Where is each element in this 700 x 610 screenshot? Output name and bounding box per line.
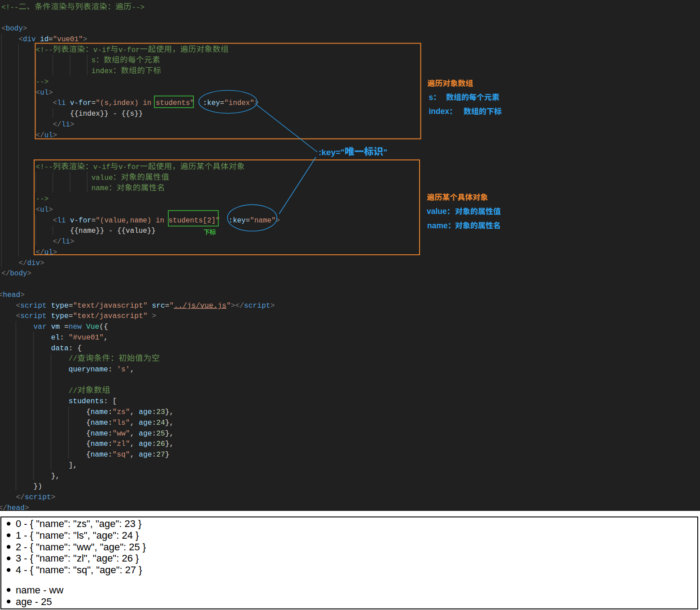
svg-text::: : [152, 440, 157, 448]
svg-text:</: </ [36, 131, 44, 139]
svg-text::: : [152, 408, 157, 416]
svg-text:s: s [92, 57, 96, 65]
svg-text:index: index [92, 67, 113, 75]
svg-text:},: }, [165, 418, 174, 427]
svg-text:"index": "index" [224, 99, 254, 107]
svg-text:>: > [70, 238, 74, 246]
svg-text:<: < [16, 312, 21, 320]
svg-text:>: > [27, 270, 32, 278]
svg-text:"(value,name) in students[2]": "(value,name) in students[2]" [96, 217, 220, 225]
svg-text:>: > [83, 35, 88, 44]
svg-text:<: < [53, 217, 57, 225]
svg-text::: : [108, 429, 113, 438]
svg-text://: // [69, 354, 78, 363]
svg-text:name: name [91, 408, 108, 416]
svg-text:name: name [91, 450, 108, 459]
svg-text:=: = [48, 35, 53, 44]
svg-text:../js/vue.js: ../js/vue.js [174, 301, 226, 310]
svg-text:{{index}} - {{s}}: {{index}} - {{s}} [70, 110, 143, 118]
svg-text::: : [152, 418, 157, 427]
svg-text:<: < [36, 206, 40, 214]
svg-text:script: script [20, 301, 47, 310]
svg-text:"ww": "ww" [113, 429, 130, 438]
svg-text:24: 24 [156, 418, 165, 427]
svg-text:,: , [130, 408, 135, 416]
svg-text:4 - { "name": "sq", "age": 27: 4 - { "name": "sq", "age": 27 } [16, 564, 142, 575]
svg-text:>: > [48, 206, 53, 214]
svg-text:<: < [36, 89, 40, 97]
svg-text:>: > [152, 312, 157, 320]
svg-text:</: </ [18, 259, 27, 267]
svg-text:],: ], [69, 461, 78, 470]
svg-text:>: > [48, 89, 53, 97]
svg-text:<!--: <!-- [36, 46, 53, 54]
svg-text:type: type [51, 301, 69, 310]
svg-text:v-for: v-for [118, 46, 140, 54]
svg-text:age: age [139, 429, 152, 438]
svg-text:el: el [51, 333, 60, 342]
svg-text:head: head [3, 291, 20, 299]
svg-text:</: </ [36, 248, 44, 257]
svg-text:<: < [18, 35, 23, 44]
svg-text:div: div [27, 259, 40, 267]
svg-text:name: name [91, 429, 108, 438]
svg-text:},: }, [165, 440, 174, 448]
svg-text:<: < [53, 99, 57, 107]
svg-text:Vue: Vue [86, 322, 99, 331]
svg-text:,: , [130, 418, 135, 427]
svg-text:>: > [70, 121, 74, 129]
svg-text:0 - { "name": "zs", "age": 23: 0 - { "name": "zs", "age": 23 } [16, 518, 141, 529]
svg-text:=: = [64, 322, 69, 331]
svg-text:,: , [130, 429, 135, 438]
svg-text::: : [69, 344, 73, 353]
svg-text:3 - { "name": "zl", "age": 26: 3 - { "name": "zl", "age": 26 } [16, 553, 139, 564]
svg-text:=: = [69, 301, 73, 310]
svg-text:var: var [34, 322, 47, 331]
svg-text:=: = [69, 312, 73, 320]
svg-text:,: , [130, 450, 135, 459]
svg-text::: : [104, 397, 108, 405]
svg-text:>: > [231, 301, 235, 310]
svg-text:v-if: v-if [93, 46, 110, 54]
svg-text::: : [108, 418, 113, 427]
svg-text::: : [60, 333, 64, 342]
svg-text:li: li [61, 121, 70, 129]
svg-text:ul: ul [44, 131, 53, 139]
svg-text:name: name [91, 418, 108, 427]
svg-text:27: 27 [156, 450, 165, 459]
svg-text:>: > [25, 504, 29, 512]
svg-text::: : [152, 429, 157, 438]
svg-text:"text/javascript": "text/javascript" [73, 301, 148, 310]
svg-text:<!--: <!-- [36, 163, 53, 171]
svg-text:,: , [130, 365, 135, 374]
svg-text:<!--: <!-- [1, 4, 18, 12]
svg-text:ul: ul [40, 89, 48, 97]
svg-text:"ls": "ls" [113, 418, 130, 427]
svg-text:ul: ul [40, 206, 48, 214]
svg-text:": " [383, 148, 387, 157]
svg-text:</: </ [1, 270, 10, 278]
svg-text:ul: ul [44, 248, 53, 257]
svg-text:s: s [429, 93, 433, 102]
svg-text:age: age [139, 440, 152, 448]
svg-text::: : [152, 450, 157, 459]
svg-text:students: students [69, 397, 104, 405]
svg-text:,: , [104, 333, 108, 342]
svg-text:name: name [92, 184, 109, 192]
svg-text:>: > [53, 131, 57, 139]
svg-text::: : [108, 450, 113, 459]
svg-text:{: { [86, 429, 91, 438]
svg-text:=: = [92, 99, 96, 107]
svg-text:name: name [427, 221, 448, 230]
svg-text:": " [170, 301, 174, 310]
svg-text:"zs": "zs" [113, 408, 130, 416]
svg-text://: // [69, 387, 78, 395]
svg-text:2 - { "name": "ww", "age": 25: 2 - { "name": "ww", "age": 25 } [16, 541, 146, 553]
svg-text:}): }) [34, 482, 43, 491]
svg-text:src: src [152, 301, 165, 310]
svg-text:name: name [91, 440, 108, 448]
svg-text:"sq": "sq" [113, 450, 130, 459]
svg-text:index: index [429, 107, 450, 116]
svg-text:=: = [246, 217, 250, 225]
svg-text:id: id [40, 35, 48, 44]
